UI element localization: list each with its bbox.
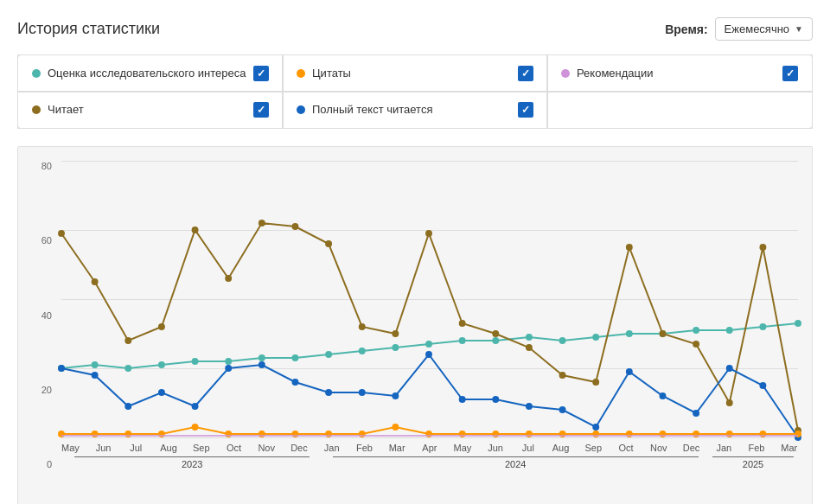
- svg-point-4: [192, 358, 199, 365]
- chevron-down-icon: ▼: [795, 24, 803, 34]
- svg-point-51: [225, 365, 232, 372]
- y-tick-40: 40: [42, 310, 52, 321]
- x-month-22: Mar: [781, 443, 798, 453]
- svg-point-41: [660, 330, 667, 337]
- svg-point-54: [325, 389, 332, 396]
- legend-item-reads: Читает: [17, 91, 284, 129]
- svg-point-37: [526, 344, 533, 351]
- legend-checkbox-research[interactable]: [253, 66, 269, 81]
- svg-point-38: [559, 372, 566, 379]
- year-2023: 2023: [61, 456, 322, 469]
- time-dropdown[interactable]: Ежемесячно ▼: [715, 17, 813, 41]
- bottom-area: May Jun Jul Aug Sep Oct Nov Dec Jan Feb …: [61, 437, 798, 469]
- svg-point-22: [795, 320, 801, 327]
- svg-point-24: [92, 278, 99, 285]
- svg-point-3: [158, 361, 165, 368]
- svg-point-11: [425, 341, 432, 348]
- svg-point-16: [592, 334, 599, 341]
- svg-point-72: [158, 431, 165, 437]
- svg-point-32: [359, 323, 366, 330]
- x-month-0: May: [61, 443, 80, 453]
- legend-checkbox-reads[interactable]: [253, 102, 269, 118]
- svg-point-53: [291, 379, 298, 386]
- svg-point-61: [559, 406, 566, 413]
- svg-point-39: [592, 379, 599, 386]
- svg-point-1: [92, 361, 99, 368]
- svg-point-84: [559, 431, 566, 437]
- y-tick-60: 60: [42, 235, 52, 246]
- svg-point-63: [626, 368, 633, 375]
- svg-point-27: [192, 226, 199, 233]
- time-dropdown-value: Ежемесячно: [725, 22, 790, 35]
- svg-point-62: [592, 424, 599, 431]
- chart-container: 80 60 40 20 0: [17, 146, 813, 504]
- svg-point-2: [124, 365, 131, 372]
- svg-point-30: [291, 223, 298, 230]
- legend-dot-reads: [32, 105, 41, 114]
- svg-point-8: [325, 351, 332, 358]
- svg-point-75: [259, 431, 265, 437]
- svg-point-42: [693, 341, 699, 348]
- svg-point-5: [225, 358, 232, 365]
- svg-point-65: [693, 410, 699, 417]
- x-month-15: Aug: [552, 443, 570, 453]
- time-selector: Время: Ежемесячно ▼: [665, 17, 813, 41]
- x-month-17: Oct: [617, 443, 635, 453]
- svg-point-47: [92, 372, 99, 379]
- year-row: 2023 2024 2025: [61, 456, 798, 469]
- y-tick-0: 0: [47, 459, 52, 469]
- y-tick-20: 20: [42, 385, 52, 395]
- svg-point-81: [459, 431, 466, 437]
- x-month-8: Jan: [323, 443, 341, 453]
- svg-point-26: [158, 323, 165, 330]
- svg-point-82: [492, 431, 499, 437]
- svg-point-78: [359, 431, 366, 437]
- svg-point-13: [492, 337, 499, 344]
- svg-point-85: [592, 431, 599, 437]
- year-label-2025: 2025: [743, 459, 763, 469]
- svg-point-58: [459, 396, 466, 403]
- svg-point-10: [392, 344, 399, 351]
- legend-item-recommendations: Рекомендации: [546, 54, 813, 93]
- legend-item-empty: [546, 91, 813, 129]
- legend-checkbox-citations[interactable]: [518, 66, 533, 81]
- year-2025: 2025: [708, 456, 798, 469]
- svg-point-64: [660, 392, 667, 399]
- svg-point-56: [392, 392, 399, 399]
- line-fulltext: [61, 354, 798, 437]
- year-2024: 2024: [322, 456, 708, 469]
- svg-point-21: [759, 323, 766, 330]
- svg-point-35: [459, 320, 466, 327]
- legend-item-research: Оценка исследовательского интереса: [17, 54, 284, 93]
- svg-point-83: [526, 431, 533, 437]
- legend-checkbox-recommendations[interactable]: [782, 66, 798, 81]
- svg-point-57: [425, 351, 432, 358]
- svg-point-40: [626, 244, 633, 251]
- svg-point-89: [726, 431, 733, 437]
- line-reads: [61, 223, 798, 431]
- page-title: История статистики: [17, 20, 160, 38]
- legend-checkbox-fulltext[interactable]: [518, 102, 533, 118]
- x-month-5: Oct: [225, 443, 242, 453]
- svg-point-71: [124, 431, 131, 437]
- svg-point-74: [225, 431, 232, 437]
- x-month-16: Sep: [584, 443, 602, 453]
- svg-point-76: [291, 431, 298, 437]
- x-month-1: Jun: [95, 443, 112, 453]
- chart-svg: [61, 161, 798, 437]
- svg-point-91: [795, 431, 801, 437]
- x-month-14: Jul: [520, 443, 537, 453]
- chart-area: [61, 161, 798, 437]
- svg-point-29: [259, 220, 265, 226]
- y-axis: 80 60 40 20 0: [18, 161, 57, 469]
- x-month-18: Nov: [650, 443, 667, 453]
- svg-point-31: [325, 240, 332, 247]
- svg-point-73: [192, 424, 199, 431]
- legend-label-recommendations: Рекомендации: [577, 67, 654, 81]
- legend-label-citations: Цитаты: [312, 67, 351, 81]
- x-month-12: May: [454, 443, 472, 453]
- svg-point-46: [58, 365, 65, 372]
- svg-point-19: [693, 327, 699, 334]
- x-month-19: Dec: [683, 443, 700, 453]
- svg-point-17: [626, 330, 633, 337]
